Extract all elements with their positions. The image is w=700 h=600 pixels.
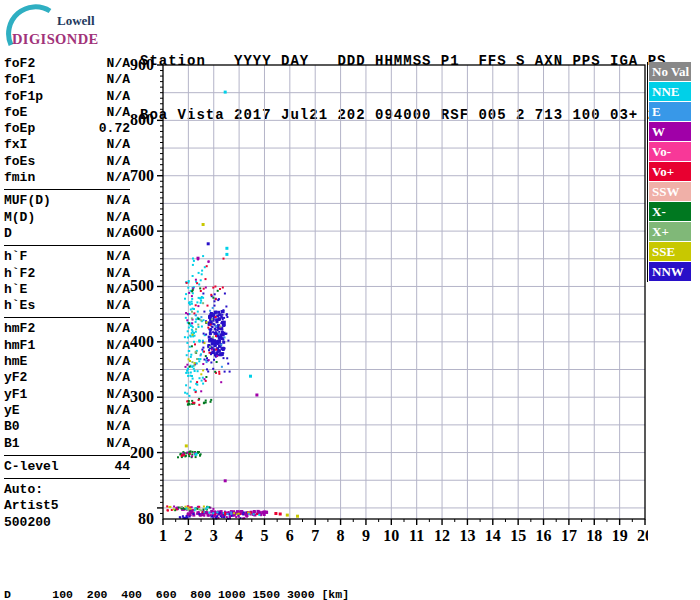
param-row: DN/A <box>4 226 130 242</box>
plot-border <box>163 65 645 519</box>
param-value: N/A <box>107 321 130 337</box>
param-value: N/A <box>107 137 130 153</box>
param-label: C-level <box>4 459 59 475</box>
param-label: hmE <box>4 354 27 370</box>
param-label: B1 <box>4 436 20 452</box>
param-label: foF2 <box>4 56 35 72</box>
param-row: foF1N/A <box>4 72 130 88</box>
param-row: Auto: <box>4 482 130 498</box>
param-label: yE <box>4 403 20 419</box>
x-tick-label: 14 <box>485 527 501 544</box>
ionogram-viewer: Lowell DIGISONDE Station YYYY DAY DDD HH… <box>0 0 700 600</box>
param-row: hmEN/A <box>4 354 130 370</box>
param-value: N/A <box>107 436 130 452</box>
param-row: yF2N/A <box>4 370 130 386</box>
param-divider <box>4 317 130 318</box>
param-label: yF1 <box>4 387 27 403</box>
param-row: h`FN/A <box>4 249 130 265</box>
param-divider <box>4 189 130 190</box>
y-tick-label: 200 <box>130 444 154 461</box>
param-row: M(D)N/A <box>4 210 130 226</box>
legend-chip-no-val: No Val <box>649 62 691 81</box>
x-tick-label: 20 <box>637 527 648 544</box>
param-row: yEN/A <box>4 403 130 419</box>
param-label: Auto: <box>4 482 43 498</box>
param-label: h`F <box>4 249 27 265</box>
param-label: hmF2 <box>4 321 35 337</box>
echo-scatter-group <box>166 91 299 520</box>
param-row: foEp0.72 <box>4 121 130 137</box>
y-tick-label: 600 <box>130 222 154 239</box>
param-row: h`EsN/A <box>4 298 130 314</box>
x-tick-label: 16 <box>536 527 552 544</box>
legend-chip-nne: NNE <box>649 82 691 101</box>
param-value: 0.72 <box>99 121 130 137</box>
param-value: N/A <box>107 249 130 265</box>
param-row: h`EN/A <box>4 282 130 298</box>
param-value: N/A <box>107 403 130 419</box>
param-row: foEsN/A <box>4 154 130 170</box>
x-tick-label: 8 <box>337 527 345 544</box>
param-row: h`F2N/A <box>4 266 130 282</box>
param-value: N/A <box>107 419 130 435</box>
legend-chip-vo-: Vo+ <box>649 162 691 181</box>
y-tick-label: 300 <box>130 388 154 405</box>
param-value: N/A <box>107 354 130 370</box>
param-value: N/A <box>107 210 130 226</box>
param-label: foF1 <box>4 72 35 88</box>
param-row: foF2N/A <box>4 56 130 72</box>
footer-block: D 100 200 400 600 800 1000 1500 3000 [km… <box>4 561 694 600</box>
param-row: hmF2N/A <box>4 321 130 337</box>
param-label: 500200 <box>4 515 51 531</box>
y-tick-label: 900 <box>130 56 154 73</box>
param-value: N/A <box>107 370 130 386</box>
d-distance-row: D 100 200 400 600 800 1000 1500 3000 [km… <box>4 588 694 600</box>
param-label: foF1p <box>4 89 43 105</box>
y-tick-label: 400 <box>130 333 154 350</box>
param-row: fxIN/A <box>4 137 130 153</box>
x-tick-label: 6 <box>286 527 294 544</box>
param-divider <box>4 245 130 246</box>
x-tick-label: 12 <box>434 527 450 544</box>
param-value: N/A <box>107 89 130 105</box>
param-value: N/A <box>107 298 130 314</box>
param-label: M(D) <box>4 210 35 226</box>
param-row: MUF(D)N/A <box>4 193 130 209</box>
x-tick-label: 17 <box>561 527 577 544</box>
y-tick-label: 80 <box>138 510 154 527</box>
x-tick-label: 19 <box>612 527 628 544</box>
param-value: N/A <box>107 154 130 170</box>
param-value: N/A <box>107 226 130 242</box>
param-value: N/A <box>107 266 130 282</box>
param-row: Artist5 <box>4 498 130 514</box>
x-tick-label: 13 <box>459 527 475 544</box>
legend-chip-e: E <box>649 102 691 121</box>
x-tick-label: 7 <box>311 527 319 544</box>
param-panel: foF2N/AfoF1N/AfoF1pN/AfoEN/AfoEp0.72fxIN… <box>4 56 130 531</box>
x-tick-label: 9 <box>362 527 370 544</box>
param-value: N/A <box>107 105 130 121</box>
x-tick-label: 10 <box>383 527 399 544</box>
y-tick-label: 500 <box>130 277 154 294</box>
param-divider <box>4 455 130 456</box>
param-label: foEs <box>4 154 35 170</box>
param-row: yF1N/A <box>4 387 130 403</box>
param-value: N/A <box>107 193 130 209</box>
param-value: N/A <box>107 56 130 72</box>
param-label: foEp <box>4 121 35 137</box>
logo-lowell-text: Lowell <box>57 13 95 28</box>
param-label: foE <box>4 105 27 121</box>
param-label: h`F2 <box>4 266 35 282</box>
param-row: fminN/A <box>4 170 130 186</box>
param-value: N/A <box>107 387 130 403</box>
y-tick-label: 700 <box>130 167 154 184</box>
y-tick-label: 800 <box>130 111 154 128</box>
param-value: N/A <box>107 282 130 298</box>
param-label: MUF(D) <box>4 193 51 209</box>
param-row: 500200 <box>4 515 130 531</box>
param-row: hmF1N/A <box>4 338 130 354</box>
legend-chip-sse: SSE <box>649 242 691 261</box>
param-value: N/A <box>107 72 130 88</box>
x-tick-label: 1 <box>159 527 167 544</box>
legend-chip-w: W <box>649 122 691 141</box>
